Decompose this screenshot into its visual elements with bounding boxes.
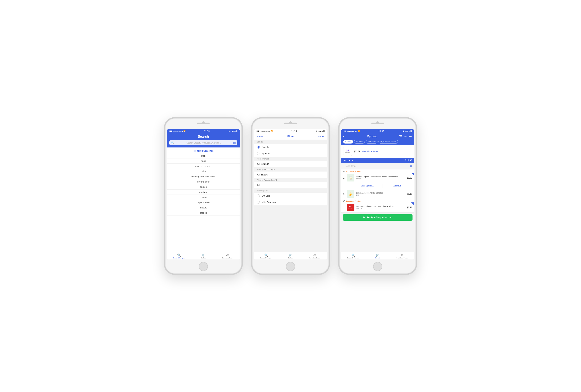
include-price-header: Include price: [254, 189, 327, 193]
store-tab-1[interactable]: 1 Store: [343, 140, 353, 143]
search-icon: 🔍: [171, 141, 174, 144]
list-item[interactable]: cheese: [167, 195, 240, 200]
suggested-text-1: Suggested Product: [346, 170, 361, 172]
baskets-tab-label-2: Baskets: [288, 257, 293, 259]
phone-1-status-bar: ▮▮▮ Vodafone UA 📶 11:10 ⊕ ◂ 84 % ▓: [167, 129, 240, 133]
phone-2-status-bar: ▮▮▮ Vodafone UA 📶 11:10 ⊕ ◂ 84 % ▓: [254, 129, 327, 133]
wifi-icon-2: 📶: [270, 130, 273, 132]
filter-by-brand[interactable]: By Brand: [254, 150, 327, 157]
phone-3-status-bar: ▮▮▮ Vodafone UA 📶 11:07 ⊕ ◂ 85 % ▓: [341, 129, 414, 133]
item-qty-2: 1: [343, 193, 345, 195]
list-item[interactable]: grapes: [167, 210, 240, 216]
contribute-tab-icon: 🏷: [226, 253, 229, 257]
done-button[interactable]: Done: [318, 135, 324, 138]
carrier-name-3: Vodafone UA: [347, 130, 357, 132]
item-qty-3: 1: [343, 206, 345, 209]
on-sale-label: On Sale: [262, 195, 270, 197]
barcode-icon-2[interactable]: ▦: [410, 165, 412, 168]
list-item[interactable]: ground beef: [167, 179, 240, 184]
search-bar[interactable]: 🔍 Search Grocery Products & Compa... ▦: [169, 140, 238, 145]
store-tab-favorite[interactable]: My Favorite Stores: [378, 140, 398, 143]
barcode-icon[interactable]: ▦: [233, 141, 236, 144]
list-item[interactable]: chicken breasts: [167, 164, 240, 169]
phone-2-home-button[interactable]: [286, 262, 295, 271]
phone-3-speaker: [372, 123, 384, 124]
back-button[interactable]: ‹: [343, 134, 344, 138]
view-more-text[interactable]: View More Stores: [362, 150, 412, 153]
filter-type-header: Filter by Product Type: [254, 167, 327, 172]
radio-on-sale[interactable]: [257, 194, 260, 197]
radio-by-brand[interactable]: [257, 152, 260, 155]
sort-by-header: Sort by: [254, 140, 327, 144]
phone-3: ▮▮▮ Vodafone UA 📶 11:07 ⊕ ◂ 85 % ▓ ‹ My …: [338, 117, 417, 275]
tab-baskets[interactable]: 🛒 Baskets: [191, 253, 216, 259]
list-item[interactable]: eggs: [167, 158, 240, 164]
phone-1-home-button[interactable]: [199, 262, 208, 271]
filter-icon[interactable]: [399, 135, 402, 137]
signal-icon-2: ▮▮▮: [256, 130, 259, 132]
jet-total-bar[interactable]: Jet.com ▾ $12.08: [341, 158, 414, 163]
store-tab-2[interactable]: 2 Stores: [354, 140, 365, 143]
filter-content: Sort by Popular By Brand Filter by brand…: [254, 140, 327, 252]
radio-popular[interactable]: [257, 146, 260, 148]
filter-on-sale[interactable]: On Sale: [254, 193, 327, 199]
item-details-2: Bananas, Loose Yellow Bananas 1 Lb: [356, 192, 405, 196]
filter-all-types[interactable]: All Types: [254, 172, 327, 178]
add-item-row[interactable]: + Add Item... ▦: [341, 163, 414, 169]
list-item[interactable]: milk: [167, 153, 240, 158]
item-img-pizza: REDBARON: [347, 204, 354, 211]
baskets-tab-label: Baskets: [201, 257, 206, 259]
suggested-icon-1: 🏷: [343, 170, 345, 172]
tab-baskets-3[interactable]: 🛒 Baskets: [366, 253, 390, 259]
options-row-1: Other Options... Approve: [341, 183, 414, 189]
shop-button[interactable]: I'm Ready to Shop at Jet.com: [343, 214, 412, 221]
reset-button[interactable]: Reset: [257, 135, 263, 138]
blue-triangle-2: [411, 202, 414, 205]
tab-contribute-3[interactable]: 🏷 Contribute Prices: [390, 253, 414, 259]
all-types-label: All Types: [257, 173, 268, 176]
search-input[interactable]: Search Grocery Products & Compa...: [175, 142, 232, 144]
other-options-button[interactable]: Other Options...: [352, 184, 382, 188]
filter-all-brands[interactable]: All Brands: [254, 161, 327, 167]
status-left: ▮▮▮ Vodafone UA 📶: [169, 130, 186, 132]
tab-contribute-2[interactable]: 🏷 Contribute Prices: [303, 253, 327, 259]
radio-with-coupons[interactable]: [257, 201, 260, 204]
list-item[interactable]: barilla gluten free pasta: [167, 174, 240, 179]
phone-3-home-button[interactable]: [373, 262, 382, 271]
view-more-stores: View More Stores: [362, 150, 412, 153]
filter-popular[interactable]: Popular: [254, 144, 327, 150]
list-content: jet. Online $12.08 View More Stores Jet.…: [341, 145, 414, 252]
more-options-button[interactable]: ···: [409, 135, 412, 138]
filter-all-sizes[interactable]: All: [254, 182, 327, 189]
store-tab-3[interactable]: 3+ Stores: [366, 140, 378, 143]
approve-button[interactable]: Approve: [382, 184, 412, 188]
filter-header: Reset Filter Done: [254, 133, 327, 140]
list-item-pizza: 1 REDBARON Red Baron, Classic Crust Four…: [341, 202, 414, 213]
tab-search[interactable]: 🔍 Search & Compare: [167, 253, 191, 259]
item-size-2: 1 Lb: [356, 194, 405, 196]
tab-bar-3: 🔍 Search & Compare 🛒 Baskets 🏷 Contribut…: [341, 252, 414, 260]
contribute-tab-label-2: Contribute Prices: [309, 257, 320, 259]
suggested-label-2: 🏷 Suggested Product: [341, 199, 414, 202]
all-brands-label: All Brands: [257, 163, 269, 165]
tab-contribute[interactable]: 🏷 Contribute Prices: [216, 253, 240, 259]
radio-inner-popular: [258, 146, 259, 148]
list-item[interactable]: apples: [167, 184, 240, 190]
baskets-tab-label-3: Baskets: [375, 257, 380, 259]
scene: ▮▮▮ Vodafone UA 📶 11:10 ⊕ ◂ 84 % ▓ Searc…: [0, 0, 581, 392]
tab-search-3[interactable]: 🔍 Search & Compare: [341, 253, 366, 259]
item-img-banana: 🍌: [347, 190, 354, 198]
item-name-2: Bananas, Loose Yellow Bananas: [356, 192, 405, 194]
list-item[interactable]: chobani: [167, 190, 240, 195]
add-item-input[interactable]: Add Item...: [346, 165, 408, 167]
filter-with-coupons[interactable]: with Coupons: [254, 199, 327, 206]
tab-baskets-2[interactable]: 🛒 Baskets: [278, 253, 302, 259]
phone-1: ▮▮▮ Vodafone UA 📶 11:10 ⊕ ◂ 84 % ▓ Searc…: [164, 117, 243, 275]
my-list-header: ‹ My List Filter ··· 1 Store: [341, 133, 414, 145]
list-item[interactable]: diapers: [167, 205, 240, 210]
trending-list: milk eggs chicken breasts coke barilla g…: [167, 153, 240, 252]
list-item[interactable]: paper towels: [167, 200, 240, 205]
phone-2-speaker: [284, 123, 297, 124]
tab-search-2[interactable]: 🔍 Search & Compare: [254, 253, 278, 259]
list-item[interactable]: coke: [167, 169, 240, 174]
